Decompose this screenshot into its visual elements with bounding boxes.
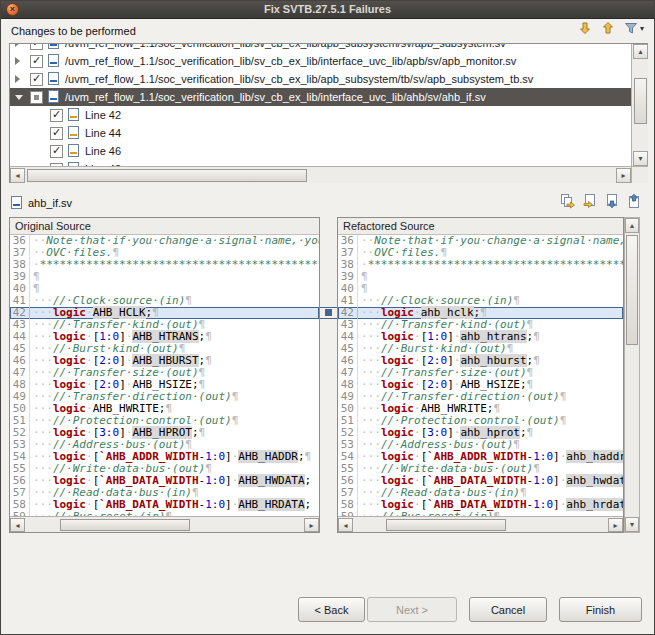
collapse-arrow-icon[interactable] xyxy=(15,95,23,100)
tree-item-checkbox[interactable] xyxy=(50,127,63,140)
previous-change-icon[interactable] xyxy=(600,20,616,36)
compare-file-label: ahb_if.sv xyxy=(28,197,72,209)
tree-item[interactable]: /uvm_ref_flow_1.1/soc_verification_lib/s… xyxy=(10,88,631,106)
expand-arrow-icon[interactable] xyxy=(15,75,20,83)
sv-file-icon xyxy=(48,54,59,67)
back-button[interactable]: < Back xyxy=(298,597,365,622)
diff-connector-line xyxy=(320,307,337,308)
sv-file-icon xyxy=(11,196,22,209)
tree-item-checkbox[interactable] xyxy=(50,109,63,122)
tree-item-label: Line 42 xyxy=(85,106,121,124)
sv-file-icon xyxy=(48,72,59,85)
tree-vertical-scrollbar[interactable]: ▴ ▾ xyxy=(631,44,648,166)
tree-item-checkbox[interactable] xyxy=(30,55,43,68)
sv-file-icon xyxy=(48,90,59,103)
sv-file-icon xyxy=(48,44,59,49)
code-line: 38·*************************************… xyxy=(10,259,319,271)
filter-icon xyxy=(623,20,639,36)
code-text: ·***************************************… xyxy=(358,259,623,271)
code-line: 38·*************************************… xyxy=(338,259,623,271)
diff-connector-handle xyxy=(325,309,332,316)
scroll-down-button[interactable]: ▾ xyxy=(625,517,639,532)
original-source-pane: Original Source 36··Note·that·if·you·cha… xyxy=(9,217,320,533)
refactored-horizontal-scrollbar[interactable]: ◂ ▸ xyxy=(338,516,623,532)
scroll-right-button[interactable]: ▸ xyxy=(616,168,631,183)
next-change-icon[interactable] xyxy=(577,20,593,36)
horizontal-scrollbar-thumb[interactable] xyxy=(386,519,506,531)
tree-item-label: /uvm_ref_flow_1.1/soc_verification_lib/s… xyxy=(65,44,506,52)
menu-caret-icon: ▾ xyxy=(640,24,644,33)
next-button: Next > xyxy=(367,597,457,622)
tree-item-checkbox[interactable] xyxy=(50,145,63,158)
compare-area: Original Source 36··Note·that·if·you·cha… xyxy=(9,217,640,533)
tree-item[interactable]: Line 42 xyxy=(10,106,631,124)
copy-current-change-icon[interactable] xyxy=(582,193,598,209)
changes-section-title: Changes to be performed xyxy=(11,25,136,37)
tree-item[interactable]: /uvm_ref_flow_1.1/soc_verification_lib/s… xyxy=(10,44,631,52)
original-source-code[interactable]: 36··Note·that·if·you·change·a·signal·nam… xyxy=(10,235,319,516)
scroll-up-button[interactable]: ▴ xyxy=(625,218,639,233)
horizontal-scrollbar-thumb[interactable] xyxy=(27,169,307,182)
next-difference-icon[interactable] xyxy=(604,193,620,209)
vertical-scrollbar-thumb[interactable] xyxy=(634,78,647,124)
compare-vertical-scrollbar[interactable]: ▴ ▾ xyxy=(624,217,640,533)
previous-difference-icon[interactable] xyxy=(626,193,642,209)
expand-arrow-icon[interactable] xyxy=(15,57,20,65)
changes-tree: /uvm_ref_flow_1.1/soc_verification_lib/s… xyxy=(10,44,631,166)
diff-connector-line xyxy=(320,318,337,319)
copy-all-left-to-right-icon[interactable] xyxy=(560,193,576,209)
scroll-right-button[interactable]: ▸ xyxy=(304,518,319,532)
finish-button[interactable]: Finish xyxy=(559,597,642,622)
expand-arrow-icon[interactable] xyxy=(15,44,20,47)
scroll-left-button[interactable]: ◂ xyxy=(10,518,25,532)
tree-item[interactable]: Line 44 xyxy=(10,124,631,142)
fix-failures-dialog: × Fix SVTB.27.5.1 Failures Changes to be… xyxy=(0,0,655,635)
tree-horizontal-scrollbar[interactable]: ◂ ▸ xyxy=(10,166,631,183)
tree-item-checkbox[interactable] xyxy=(30,73,43,86)
scroll-up-button[interactable]: ▴ xyxy=(633,44,648,59)
tree-item-label: /uvm_ref_flow_1.1/soc_verification_lib/s… xyxy=(65,88,486,106)
tree-item-checkbox[interactable] xyxy=(30,91,43,104)
tree-item[interactable]: /uvm_ref_flow_1.1/soc_verification_lib/s… xyxy=(10,52,631,70)
horizontal-scrollbar-thumb[interactable] xyxy=(60,519,190,531)
refactored-source-code[interactable]: 36··Note·that·if·you·change·a·signal·nam… xyxy=(338,235,623,516)
tree-item-label: /uvm_ref_flow_1.1/soc_verification_lib/s… xyxy=(65,70,533,88)
titlebar: × Fix SVTB.27.5.1 Failures xyxy=(1,1,654,19)
filter-menu-button[interactable]: ▾ xyxy=(623,20,644,36)
scroll-right-button[interactable]: ▸ xyxy=(608,518,623,532)
tree-item[interactable]: /uvm_ref_flow_1.1/soc_verification_lib/s… xyxy=(10,70,631,88)
refactored-source-header: Refactored Source xyxy=(338,218,623,235)
scroll-down-button[interactable]: ▾ xyxy=(633,151,648,166)
changes-toolbar: ▾ xyxy=(577,20,644,36)
tree-item-label: Line 44 xyxy=(85,124,121,142)
cancel-button[interactable]: Cancel xyxy=(469,597,547,622)
tree-item-checkbox[interactable] xyxy=(30,44,43,50)
change-line-icon xyxy=(68,144,79,157)
original-source-header: Original Source xyxy=(10,218,319,235)
tree-item[interactable]: Line 46 xyxy=(10,142,631,160)
changes-tree-panel: /uvm_ref_flow_1.1/soc_verification_lib/s… xyxy=(9,43,648,183)
refactored-source-pane: Refactored Source 36··Note·that·if·you·c… xyxy=(337,217,624,533)
change-line-icon xyxy=(68,126,79,139)
scroll-left-button[interactable]: ◂ xyxy=(338,518,353,532)
tree-item-label: Line 46 xyxy=(85,142,121,160)
scrollbar-corner xyxy=(631,166,648,183)
compare-toolbar xyxy=(560,193,642,209)
original-horizontal-scrollbar[interactable]: ◂ ▸ xyxy=(10,516,319,532)
code-line: 39¶ xyxy=(338,271,623,283)
scroll-left-button[interactable]: ◂ xyxy=(10,168,25,183)
vertical-scrollbar-thumb[interactable] xyxy=(626,235,638,345)
window-title: Fix SVTB.27.5.1 Failures xyxy=(1,3,654,15)
tree-item-label: /uvm_ref_flow_1.1/soc_verification_lib/s… xyxy=(65,52,516,70)
change-line-icon xyxy=(68,108,79,121)
code-text: ·***************************************… xyxy=(30,259,319,271)
code-line: 39¶ xyxy=(10,271,319,283)
